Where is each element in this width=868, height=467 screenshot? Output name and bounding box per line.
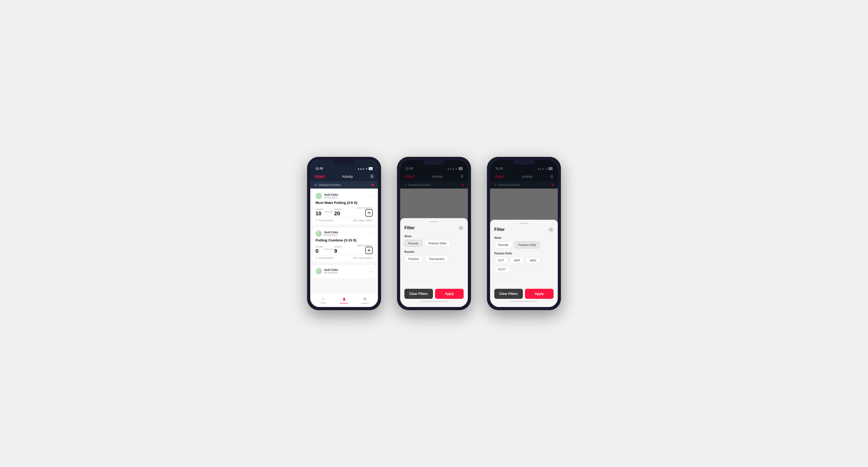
card-title-2: Putting Combine (3-15 ft): [315, 238, 373, 242]
rounds-chips-2: Practice Tournament: [404, 255, 464, 262]
apply-button-3[interactable]: Apply: [525, 289, 554, 299]
chip-rounds-3[interactable]: Rounds: [494, 242, 512, 248]
quality-label-2: Shot Quality: [357, 244, 373, 247]
shots-value-2: 9: [334, 248, 342, 254]
card-header-2: Josh Coles 28 Feb 2023 ···: [315, 230, 373, 237]
stats-row-1: Score 10 OUT OF Shots 20 Shot Quality 75: [315, 207, 373, 217]
out-of-2: OUT OF: [324, 248, 333, 250]
wifi-icon: ⊛: [366, 167, 368, 170]
date-3: 28 Feb 2023: [324, 271, 369, 274]
filter-modal-2: Filter ✕ Show Rounds Practice Drills Rou…: [400, 160, 468, 307]
menu-icon-1[interactable]: ☰: [370, 174, 374, 179]
viewing-bar-1[interactable]: ⚙ Viewing Activities: [310, 181, 378, 189]
quality-group-1: Shot Quality 75: [357, 207, 373, 217]
username-3: Josh Coles: [324, 269, 369, 271]
user-info-3: Josh Coles 28 Feb 2023: [324, 269, 369, 274]
score-group-1: Score 10: [315, 208, 323, 217]
tab-home[interactable]: ⌂ Home: [313, 297, 334, 304]
test-info-1: Test Information: [318, 219, 334, 222]
quality-group-2: Shot Quality 45: [357, 244, 373, 254]
apply-button-2[interactable]: Apply: [435, 289, 464, 299]
activities-icon: ♟: [342, 297, 346, 302]
username-1: Josh Coles: [324, 193, 369, 196]
activity-card-3[interactable]: Josh Coles 28 Feb 2023 ···: [312, 265, 376, 278]
battery-icon: 51: [369, 167, 373, 170]
modal-backdrop-2[interactable]: [400, 160, 468, 218]
close-button-2[interactable]: ✕: [458, 225, 464, 230]
clear-filters-2[interactable]: Clear Filters: [404, 289, 433, 299]
app-logo-1: clippd: [314, 174, 324, 179]
activity-content-1: Josh Coles 28 Feb 2023 ··· Must Make Put…: [310, 189, 378, 293]
home-icon: ⌂: [322, 297, 325, 301]
footer-right-1: Data: Clippd Capture: [353, 219, 373, 222]
more-icon-3[interactable]: ···: [369, 269, 373, 273]
chip-app-3[interactable]: APP: [510, 257, 524, 264]
quality-badge-1: 75: [365, 209, 373, 217]
phone-2: 11:33 ▲▲▲ ⊛ 51 clippd Activity ☰ ⚙ Viewi…: [397, 157, 471, 310]
tab-activities-label: Activities: [340, 302, 348, 304]
shots-label-1: Shots: [334, 208, 342, 211]
test-info-2: Test Information: [318, 257, 334, 259]
username-2: Josh Coles: [324, 231, 369, 234]
modal-backdrop-3[interactable]: [490, 160, 558, 220]
activity-card-2[interactable]: Josh Coles 28 Feb 2023 ··· Putting Combi…: [312, 228, 376, 262]
clear-filters-3[interactable]: Clear Filters: [494, 289, 523, 299]
status-icons-1: ▲▲▲ ⊛ 51: [357, 167, 373, 170]
footer-right-2: Data: Clippd Capture: [353, 257, 373, 259]
show-label-3: Show: [494, 237, 554, 239]
info-icon-2: ⓘ: [315, 256, 318, 259]
chip-practice-2[interactable]: Practice: [404, 255, 423, 262]
avatar-1: [315, 193, 322, 199]
filter-icon-1: ⚙: [314, 184, 317, 186]
dynamic-island-3: [513, 159, 534, 165]
chip-practice-drills-3[interactable]: Practice Drills: [515, 242, 540, 248]
shots-group-1: Shots 20: [334, 208, 342, 217]
close-button-3[interactable]: ✕: [548, 227, 554, 232]
modal-sheet-3: Filter ✕ Show Rounds Practice Drills Pra…: [490, 220, 558, 307]
card-title-1: Must Make Putting (3-6 ft): [315, 201, 373, 205]
dynamic-island-1: [334, 159, 355, 165]
signal-icon: ▲▲▲: [357, 167, 365, 170]
modal-actions-3: Clear Filters Apply: [494, 289, 554, 299]
more-icon-1[interactable]: ···: [369, 194, 373, 198]
chip-tournament-2[interactable]: Tournament: [425, 255, 448, 262]
chip-putt-3[interactable]: PUTT: [494, 266, 510, 273]
more-icon-2[interactable]: ···: [369, 231, 373, 236]
show-chips-3: Rounds Practice Drills: [494, 242, 554, 248]
score-label-1: Score: [315, 208, 323, 211]
chip-arg-3[interactable]: ARG: [526, 257, 540, 264]
drills-label-3: Practice Drills: [494, 252, 554, 255]
quality-badge-2: 45: [365, 247, 373, 254]
chip-ott-3[interactable]: OTT: [494, 257, 508, 264]
modal-header-3: Filter ✕: [494, 227, 554, 232]
status-time-1: 11:33: [315, 167, 323, 170]
phone-3: 11:33 ▲▲▲ ⊛ 51 clippd Activity ☰ ⚙ Viewi…: [487, 157, 561, 310]
chip-practice-drills-2[interactable]: Practice Drills: [425, 240, 450, 247]
phone-1: 11:33 ▲▲▲ ⊛ 51 clippd Activity ☰ ⚙ Viewi…: [307, 157, 381, 310]
tab-capture[interactable]: ⊕ Capture: [354, 297, 375, 304]
card-footer-2: ⓘ Test Information Data: Clippd Capture: [315, 255, 373, 259]
viewing-bar-text-1: Viewing Activities: [318, 183, 341, 186]
nav-title-1: Activity: [342, 175, 353, 179]
tab-activities[interactable]: ♟ Activities: [334, 297, 355, 304]
shots-label-2: Shots: [334, 246, 342, 248]
chip-rounds-2[interactable]: Rounds: [404, 240, 422, 247]
tab-capture-label: Capture: [361, 302, 368, 304]
stats-row-2: Score 0 OUT OF Shots 9 Shot Quality 45: [315, 244, 373, 254]
card-header-3: Josh Coles 28 Feb 2023 ···: [315, 268, 373, 274]
show-label-2: Show: [404, 235, 464, 238]
tab-bar-1: ⌂ Home ♟ Activities ⊕ Capture: [310, 293, 378, 307]
date-1: 28 Feb 2023: [324, 196, 369, 199]
avatar-2: [315, 230, 322, 237]
score-label-2: Score: [315, 246, 323, 248]
activity-card-1[interactable]: Josh Coles 28 Feb 2023 ··· Must Make Put…: [312, 190, 376, 224]
dynamic-island-2: [424, 159, 444, 165]
nav-bar-1: clippd Activity ☰: [310, 172, 378, 181]
capture-icon: ⊕: [363, 297, 367, 302]
filter-modal-3: Filter ✕ Show Rounds Practice Drills Pra…: [490, 160, 558, 307]
filter-title-3: Filter: [494, 227, 505, 232]
modal-header-2: Filter ✕: [404, 225, 464, 230]
score-value-2: 0: [315, 248, 323, 254]
modal-sheet-2: Filter ✕ Show Rounds Practice Drills Rou…: [400, 218, 468, 307]
show-chips-2: Rounds Practice Drills: [404, 240, 464, 247]
